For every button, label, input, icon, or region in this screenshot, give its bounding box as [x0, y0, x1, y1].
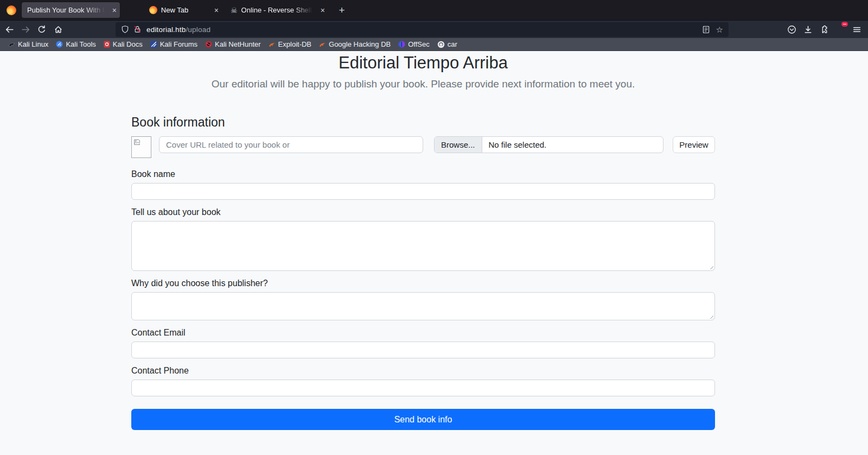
cover-url-input[interactable] [159, 136, 423, 153]
firefox-icon [149, 6, 157, 14]
home-button[interactable] [50, 22, 66, 37]
page-content: Editorial Tiempo Arriba Our editorial wi… [0, 51, 868, 454]
back-icon [5, 25, 14, 34]
home-icon [54, 25, 63, 34]
pocket-button[interactable] [783, 22, 800, 37]
back-button[interactable] [1, 22, 17, 37]
book-name-group: Book name [131, 169, 715, 200]
page-subtitle: Our editorial will be happy to publish y… [131, 78, 715, 91]
bookmark-offsec[interactable]: OffSec [394, 38, 433, 50]
reload-icon [37, 25, 46, 34]
hamburger-menu-icon [852, 25, 861, 34]
offsec-icon [398, 41, 405, 48]
google-hacking-db-bird-icon [319, 41, 326, 48]
tab-publish-your-book[interactable]: Publish Your Book With Us - Ed × [22, 2, 120, 18]
tab-title: Online - Reverse Shell Ge [241, 6, 314, 14]
tab-reverse-shell[interactable]: ☠ Online - Reverse Shell Ge × [225, 2, 328, 18]
bookmark-kali-linux[interactable]: Kali Linux [4, 38, 52, 50]
navigation-toolbar: editorial.htb/upload ☆ [0, 20, 868, 38]
bookmark-kali-docs[interactable]: Kali Docs [100, 38, 146, 50]
why-publisher-textarea[interactable] [131, 292, 715, 320]
bookmark-car[interactable]: car [433, 38, 461, 50]
firefox-view-button[interactable] [4, 3, 18, 18]
browse-button[interactable]: Browse... [435, 137, 482, 153]
preview-button[interactable]: Preview [673, 136, 715, 153]
bookmark-google-hacking-db[interactable]: Google Hacking DB [315, 38, 394, 50]
shield-icon [121, 25, 129, 34]
tab-new-tab[interactable]: New Tab × [123, 2, 222, 18]
cover-thumbnail [131, 136, 151, 158]
book-name-label: Book name [131, 169, 715, 180]
kali-docs-icon [104, 41, 110, 48]
bookmark-exploit-db[interactable]: Exploit-DB [265, 38, 315, 50]
why-publisher-label: Why did you choose this publisher? [131, 278, 715, 289]
contact-email-group: Contact Email [131, 327, 715, 358]
contact-phone-group: Contact Phone [131, 365, 715, 396]
url-path: /upload [186, 26, 210, 34]
bookmarks-toolbar: Kali Linux Kali Tools Kali Docs Kali For… [0, 38, 868, 51]
forward-icon [21, 25, 30, 34]
download-icon [803, 25, 813, 34]
file-upload-input[interactable]: Browse... No file selected. [434, 136, 663, 153]
menu-button[interactable] [848, 22, 865, 37]
about-book-group: Tell us about your book [131, 207, 715, 271]
firefox-icon [7, 5, 16, 15]
skull-icon: ☠ [231, 6, 238, 15]
about-book-label: Tell us about your book [131, 207, 715, 218]
puzzle-piece-icon [820, 25, 829, 34]
new-tab-button[interactable]: + [335, 3, 349, 17]
tab-title: Publish Your Book With Us - Ed [27, 6, 107, 14]
reader-mode-icon[interactable] [703, 26, 710, 34]
why-publisher-group: Why did you choose this publisher? [131, 278, 715, 320]
forward-button [17, 22, 34, 37]
section-heading: Book information [131, 115, 715, 130]
book-name-input[interactable] [131, 183, 715, 200]
bookmark-kali-nethunter[interactable]: Kali NetHunter [201, 38, 265, 50]
close-icon[interactable]: × [321, 7, 325, 14]
url-bar[interactable]: editorial.htb/upload ☆ [116, 22, 729, 37]
kali-dragon-icon [8, 41, 15, 48]
url-text: editorial.htb/upload [146, 26, 210, 34]
bookmark-star-icon[interactable]: ☆ [716, 26, 723, 34]
file-status-text: No file selected. [482, 137, 553, 153]
extensions-button[interactable] [816, 22, 832, 37]
pocket-icon [787, 25, 796, 34]
exploit-db-bird-icon [269, 41, 276, 48]
page-title: Editorial Tiempo Arriba [131, 53, 715, 73]
kali-nethunter-icon [205, 41, 212, 48]
tab-title: New Tab [161, 6, 188, 14]
tab-bar: Publish Your Book With Us - Ed × New Tab… [0, 0, 868, 20]
downloads-button[interactable] [800, 22, 816, 37]
send-book-info-button[interactable]: Send book info [131, 409, 715, 430]
url-host: editorial.htb [146, 26, 186, 34]
kali-tools-icon [56, 41, 63, 48]
close-icon[interactable]: × [214, 7, 219, 14]
broken-image-icon [133, 138, 141, 146]
insecure-lock-icon [133, 25, 142, 34]
account-alert-badge [841, 22, 848, 27]
kali-forums-icon [150, 41, 157, 48]
contact-phone-input[interactable] [131, 380, 715, 396]
reload-button[interactable] [34, 22, 50, 37]
github-octocat-icon [437, 41, 445, 48]
contact-email-input[interactable] [131, 342, 715, 358]
bookmark-kali-forums[interactable]: Kali Forums [146, 38, 201, 50]
contact-phone-label: Contact Phone [131, 365, 715, 376]
about-book-textarea[interactable] [131, 221, 715, 271]
cover-row: Browse... No file selected. Preview [131, 136, 715, 158]
contact-email-label: Contact Email [131, 327, 715, 338]
bookmark-kali-tools[interactable]: Kali Tools [52, 38, 99, 50]
close-icon[interactable]: × [112, 7, 117, 14]
account-button[interactable] [832, 22, 848, 37]
